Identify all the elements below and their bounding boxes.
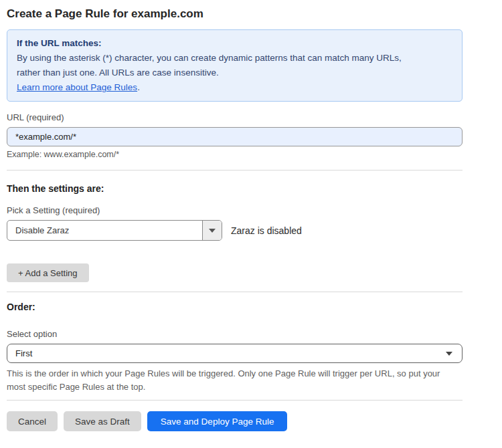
add-setting-button[interactable]: + Add a Setting [7,263,89,282]
learn-more-page-rules-link[interactable]: Learn more about Page Rules [17,82,137,92]
pick-setting-label: Pick a Setting (required) [7,205,463,215]
info-box-link-line: Learn more about Page Rules. [17,80,452,95]
section-divider [7,292,463,292]
url-match-info-box: If the URL matches: By using the asteris… [7,29,463,102]
info-box-heading: If the URL matches: [17,36,452,51]
url-example-text: Example: www.example.com/* [7,150,463,159]
setting-dropdown-arrow-button[interactable] [202,221,222,240]
page-title: Create a Page Rule for example.com [7,7,463,21]
order-select[interactable]: First [7,344,463,363]
info-box-body-line-2: rather than just one. All URLs are case … [17,66,452,80]
order-help-text: This is the order in which your Page Rul… [7,367,463,394]
order-help-line-2: most specific Page Rules at the top. [7,380,463,394]
link-period: . [137,82,140,92]
chevron-down-icon [209,229,216,233]
info-box-body-line-1: By using the asterisk (*) character, you… [17,51,452,66]
order-section-heading: Order: [7,302,463,312]
order-select-value: First [15,348,32,358]
url-field-label: URL (required) [7,112,463,122]
section-divider [7,170,463,171]
setting-status-text: Zaraz is disabled [231,225,302,236]
setting-dropdown[interactable]: Disable Zaraz [7,220,222,241]
url-input[interactable] [7,127,463,146]
order-help-line-1: This is the order in which your Page Rul… [7,367,463,380]
settings-section-heading: Then the settings are: [7,183,463,194]
section-divider [7,400,463,401]
save-and-deploy-button[interactable]: Save and Deploy Page Rule [147,411,288,431]
chevron-down-icon [446,352,452,356]
order-select-label: Select option [7,329,463,339]
save-as-draft-button[interactable]: Save as Draft [64,411,141,431]
create-page-rule-form: Create a Page Rule for example.com If th… [0,0,463,431]
setting-row: Disable Zaraz Zaraz is disabled [7,220,463,241]
setting-dropdown-value: Disable Zaraz [7,221,202,240]
footer-actions: Cancel Save as Draft Save and Deploy Pag… [7,411,463,431]
cancel-button[interactable]: Cancel [7,411,58,431]
